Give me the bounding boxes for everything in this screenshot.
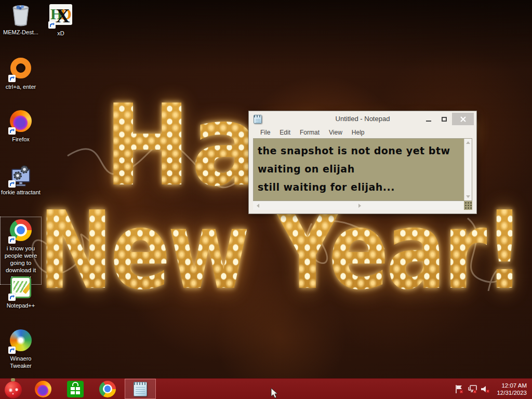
resize-grip[interactable]: [464, 201, 472, 210]
start-button[interactable]: [1, 379, 25, 399]
notepad-icon: [134, 382, 147, 396]
taskbar-store-button[interactable]: [63, 379, 87, 399]
text-editor-area[interactable]: the snapshot is not done yet btw waiting…: [254, 139, 464, 201]
desktop-icon-chrome-download[interactable]: i know you people were going to download…: [1, 217, 41, 284]
shortcut-arrow-icon: [8, 236, 16, 244]
menu-view[interactable]: View: [324, 127, 347, 138]
menu-edit[interactable]: Edit: [275, 127, 295, 138]
taskbar-clock[interactable]: 12:07 AM 12/31/2023: [497, 382, 527, 396]
desktop-icon-forkie-attractant[interactable]: forkie attractant: [1, 163, 41, 196]
desktop-icon-label: i know you people were going to download…: [1, 245, 41, 281]
notepad-window: Untitled - Notepad File Edit Format View…: [248, 111, 477, 214]
taskbar-firefox-button[interactable]: [31, 379, 55, 399]
windows-store-icon: [67, 381, 84, 397]
taskbar-chrome-button[interactable]: [96, 379, 119, 399]
taskbar-notepad-button-active[interactable]: [125, 379, 156, 399]
recycle-bin-full-icon: [9, 3, 33, 27]
close-button[interactable]: [452, 113, 474, 125]
monitor-gears-icon: [9, 163, 33, 187]
clock-date: 12/31/2023: [497, 389, 527, 396]
horizontal-scrollbar[interactable]: [253, 201, 472, 210]
desktop-icon-label: Winaero Tweaker: [1, 355, 41, 369]
titlebar[interactable]: Untitled - Notepad: [249, 111, 476, 127]
desktop-icon-firefox[interactable]: Firefox: [1, 109, 41, 143]
menubar: File Edit Format View Help: [249, 127, 476, 138]
text-line: waiting on elijah: [258, 160, 463, 178]
mouse-cursor: [271, 388, 279, 399]
firefox-icon: [35, 381, 51, 397]
desktop-icon-xd[interactable]: H D X xD: [41, 3, 81, 37]
menu-format[interactable]: Format: [295, 127, 324, 138]
minimize-button[interactable]: [421, 113, 436, 125]
desktop-icon-label: ctrl+a, enter: [1, 83, 41, 90]
vertical-scrollbar[interactable]: [464, 139, 472, 201]
desktop-icon-label: MEMZ-Dest...: [1, 29, 41, 36]
desktop-icon-memz[interactable]: MEMZ-Dest...: [1, 3, 41, 36]
volume-muted-icon[interactable]: [480, 384, 491, 394]
close-icon: [460, 116, 466, 122]
hxd-letter-x: X: [56, 4, 70, 25]
action-center-flag-icon[interactable]: [454, 384, 465, 394]
firefox-icon: [9, 110, 33, 134]
desktop-icon-label: Notepad++: [1, 302, 41, 309]
text-line: the snapshot is not done yet btw: [258, 142, 463, 160]
scroll-left-icon[interactable]: [257, 204, 259, 208]
chrome-icon: [99, 381, 116, 397]
desktop-icon-notepad-plus-plus[interactable]: Notepad++: [1, 276, 41, 309]
desktop-icon-label: xD: [41, 30, 81, 37]
shortcut-arrow-icon: [8, 180, 16, 188]
network-status-icon[interactable]: [467, 384, 478, 394]
desktop-icon-ctrl-a-enter[interactable]: ctrl+a, enter: [1, 56, 41, 90]
desktop-icon-label: Firefox: [1, 136, 41, 143]
shortcut-arrow-icon: [8, 294, 16, 301]
desktop-icon-label: forkie attractant: [1, 189, 41, 196]
shortcut-arrow-icon: [8, 75, 16, 82]
clock-time: 12:07 AM: [497, 382, 527, 389]
shortcut-arrow-icon: [48, 21, 56, 29]
chrome-icon: [9, 219, 33, 243]
system-tray: 12:07 AM 12/31/2023: [454, 379, 532, 399]
hxd-icon: H D X: [49, 4, 73, 28]
winaero-tweaker-icon: [9, 329, 33, 353]
orange-ring-icon: [9, 58, 33, 82]
menu-help[interactable]: Help: [347, 127, 369, 138]
notepad-plus-plus-icon: [9, 276, 33, 300]
desktop-icon-winaero-tweaker[interactable]: Winaero Tweaker: [1, 328, 41, 369]
shortcut-arrow-icon: [8, 127, 16, 135]
scroll-up-icon[interactable]: [466, 141, 470, 144]
christmas-ornament-start-icon: [5, 381, 22, 398]
taskbar: 12:07 AM 12/31/2023: [0, 378, 532, 399]
maximize-button[interactable]: [436, 113, 452, 125]
menu-file[interactable]: File: [256, 127, 275, 138]
scroll-right-icon[interactable]: [358, 204, 361, 208]
scroll-down-icon[interactable]: [466, 195, 470, 198]
text-line: still waiting for elijah...: [258, 178, 463, 196]
shortcut-arrow-icon: [8, 347, 16, 354]
